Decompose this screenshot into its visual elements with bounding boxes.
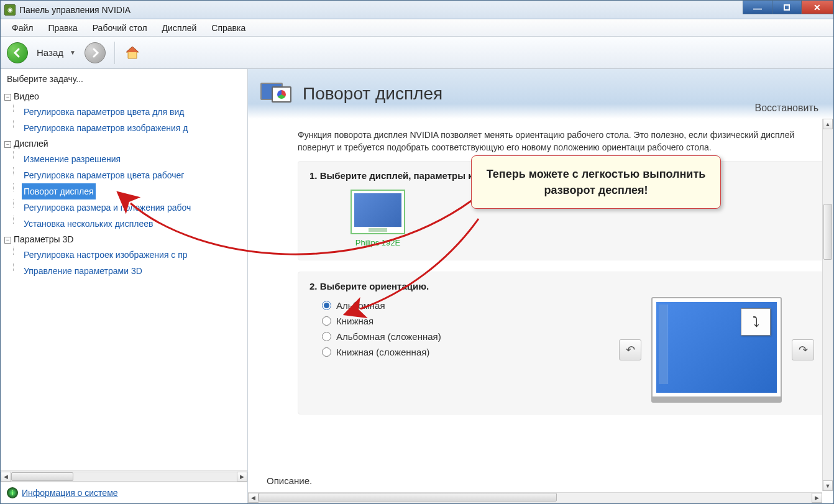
minimize-button[interactable] [743, 1, 772, 14]
tree-link-video-color[interactable]: Регулировка параметров цвета для вид [22, 104, 186, 120]
scroll-thumb[interactable] [259, 493, 557, 502]
page-header: Поворот дисплея Восстановить [248, 69, 833, 119]
scroll-left-icon[interactable]: ◀ [248, 493, 259, 503]
display-thumbnail[interactable]: Philips 192E [341, 190, 415, 247]
tree-link-multi-display[interactable]: Установка нескольких дисплеев [22, 216, 155, 232]
window: ◉ Панель управления NVIDIA Файл Правка Р… [0, 0, 834, 504]
scroll-right-icon[interactable]: ▶ [237, 472, 247, 482]
system-info-link[interactable]: Информация о системе [22, 488, 118, 498]
right-v-scrollbar[interactable]: ▲ ▼ [822, 119, 833, 491]
maximize-button[interactable] [772, 1, 802, 14]
preview-area: ↶ ⤵ ↷ [619, 297, 814, 403]
body: Выберите задачу... −Видео Регулировка па… [1, 69, 833, 503]
tree-link-size-position[interactable]: Регулировка размера и положения рабоч [22, 199, 193, 216]
tree-cat-display[interactable]: Дисплей [14, 139, 48, 149]
menu-file[interactable]: Файл [4, 21, 40, 35]
tree-cat-3d[interactable]: Параметры 3D [14, 234, 73, 244]
tree-toggle-icon[interactable]: − [4, 94, 11, 101]
menu-desktop[interactable]: Рабочий стол [85, 21, 155, 35]
rotate-ccw-button[interactable]: ↶ [619, 339, 641, 360]
task-tree: −Видео Регулировка параметров цвета для … [1, 88, 247, 470]
restore-link[interactable]: Восстановить [755, 103, 818, 114]
home-button[interactable] [124, 44, 144, 62]
titlebar[interactable]: ◉ Панель управления NVIDIA [1, 1, 833, 19]
scroll-thumb[interactable] [11, 472, 73, 481]
right-h-scrollbar[interactable]: ◀ ▶ [248, 492, 822, 503]
tree-link-desktop-color[interactable]: Регулировка параметров цвета рабочег [22, 167, 186, 183]
page-description: Функция поворота дисплея NVIDIA позволяе… [298, 129, 833, 153]
window-title: Панель управления NVIDIA [19, 5, 131, 15]
menu-display[interactable]: Дисплей [155, 21, 204, 35]
back-button[interactable] [7, 42, 28, 63]
tree-toggle-icon[interactable]: − [4, 141, 11, 148]
task-panel: Выберите задачу... −Видео Регулировка па… [1, 69, 248, 503]
preview-monitor: ⤵ [651, 297, 782, 403]
page-title: Поворот дисплея [303, 84, 442, 104]
toolbar: Назад ▼ [1, 37, 833, 69]
annotation-callout: Теперь можете с легкостью выполнить разв… [471, 155, 721, 209]
display-label: Philips 192E [341, 238, 415, 247]
left-h-scrollbar[interactable]: ◀ ▶ [1, 470, 247, 482]
menu-help[interactable]: Справка [204, 21, 253, 35]
scroll-right-icon[interactable]: ▶ [812, 493, 822, 503]
content-panel: Поворот дисплея Восстановить Функция пов… [248, 69, 833, 503]
description-label: Описание. [267, 475, 312, 486]
forward-button[interactable] [85, 42, 106, 63]
scroll-thumb[interactable] [823, 204, 832, 260]
tree-link-video-image[interactable]: Регулировка параметров изображения д [22, 120, 190, 136]
scroll-up-icon[interactable]: ▲ [823, 119, 833, 129]
close-button[interactable] [801, 1, 833, 14]
window-buttons [743, 1, 833, 14]
rotate-icon: ⤵ [741, 308, 771, 336]
tree-link-rotate-display[interactable]: Поворот дисплея [22, 183, 96, 199]
nvidia-icon: ◉ [4, 4, 16, 16]
scroll-left-icon[interactable]: ◀ [1, 472, 11, 482]
menubar: Файл Правка Рабочий стол Дисплей Справка [1, 19, 833, 37]
step2-title: 2. Выберите ориентацию. [309, 281, 815, 291]
menu-edit[interactable]: Правка [40, 21, 85, 35]
tree-link-resolution[interactable]: Изменение разрешения [22, 151, 122, 167]
scroll-down-icon[interactable]: ▼ [823, 480, 833, 491]
system-info-link-row: i Информация о системе [1, 482, 247, 503]
toolbar-separator [114, 42, 115, 64]
back-label: Назад [37, 47, 63, 58]
section-orientation: 2. Выберите ориентацию. Альбомная Книжна… [298, 272, 827, 415]
info-icon: i [7, 487, 18, 498]
back-dropdown-icon[interactable]: ▼ [70, 49, 76, 56]
tree-link-3d-preview[interactable]: Регулировка настроек изображения с пр [22, 247, 190, 263]
rotate-display-icon [260, 80, 293, 108]
rotate-cw-button[interactable]: ↷ [792, 339, 814, 360]
task-panel-header: Выберите задачу... [1, 69, 247, 88]
tree-link-3d-manage[interactable]: Управление параметрами 3D [22, 263, 144, 279]
tree-toggle-icon[interactable]: − [4, 237, 11, 244]
tree-cat-video[interactable]: Видео [14, 91, 39, 101]
